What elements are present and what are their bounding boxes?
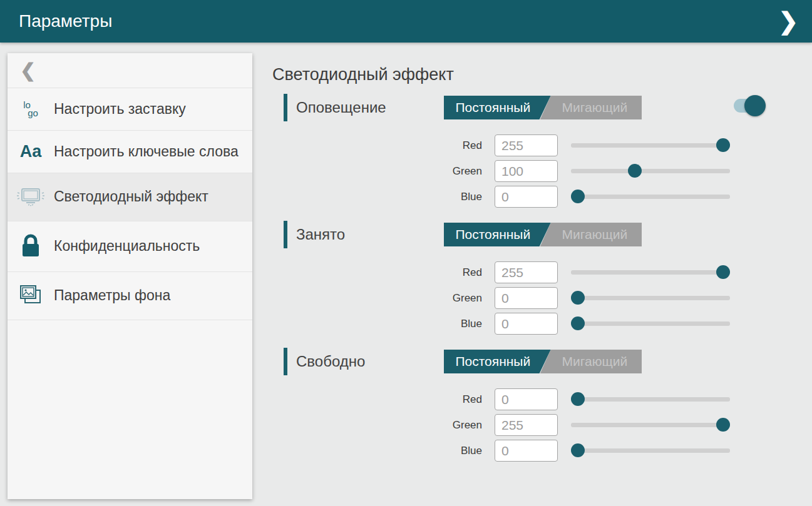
aa-icon: Aa (8, 143, 54, 160)
slider-thumb[interactable] (716, 138, 730, 152)
sidebar-item-label: Настроить ключевые слова (54, 143, 239, 161)
slider-thumb[interactable] (571, 392, 585, 406)
green-value-input[interactable] (495, 414, 558, 436)
page-title: Параметры (0, 11, 112, 31)
section-busy: Занято Мигающий Постоянный Red (272, 221, 812, 336)
rgb-row-red: Red (272, 387, 812, 412)
sidebar-item-keywords[interactable]: Aa Настроить ключевые слова (8, 131, 252, 173)
sidebar-item-background[interactable]: Параметры фона (8, 272, 252, 320)
rgb-row-green: Green (272, 285, 812, 311)
mode-option-label: Мигающий (553, 227, 628, 242)
sidebar-item-screensaver[interactable]: lo go Настроить заставку (8, 88, 252, 131)
mode-option-constant[interactable]: Постоянный (444, 96, 551, 119)
mode-option-label: Постоянный (455, 100, 539, 115)
sidebar-back-button[interactable]: ❮ (8, 53, 252, 88)
slider-thumb[interactable] (571, 443, 585, 457)
section-accent-bar (284, 348, 287, 375)
green-label: Green (272, 419, 495, 432)
green-label: Green (272, 165, 495, 178)
panel-title: Светодиодный эффект (272, 64, 812, 85)
rgb-row-green: Green (272, 412, 812, 438)
rgb-row-blue: Blue (272, 438, 812, 463)
rgb-row-blue: Blue (272, 311, 812, 336)
sidebar-item-label: Параметры фона (54, 286, 170, 305)
slider-track (571, 270, 730, 275)
mode-option-blinking[interactable]: Мигающий (539, 350, 642, 373)
slider-track (571, 195, 730, 199)
rgb-row-green: Green (272, 158, 812, 184)
mode-option-constant[interactable]: Постоянный (444, 350, 551, 373)
notification-toggle-switch[interactable] (734, 95, 766, 116)
slider-thumb[interactable] (571, 190, 585, 203)
red-value-input[interactable] (495, 388, 558, 410)
blue-slider[interactable] (571, 311, 730, 336)
section-title: Свободно (296, 348, 365, 375)
mode-option-label: Постоянный (455, 354, 539, 369)
section-notification: Оповещение Мигающий Постоянный Red (272, 94, 812, 210)
green-slider[interactable] (571, 412, 730, 438)
slider-thumb[interactable] (571, 316, 585, 330)
slider-track (571, 169, 730, 173)
sidebar-item-label: Конфиденциальность (54, 237, 200, 255)
blue-slider[interactable] (571, 184, 730, 210)
lock-icon (8, 233, 54, 260)
slider-track (571, 448, 730, 453)
slider-track (571, 296, 730, 300)
green-value-input[interactable] (495, 287, 558, 309)
mode-option-label: Постоянный (455, 227, 539, 242)
slider-thumb[interactable] (571, 291, 585, 305)
section-accent-bar (284, 94, 287, 121)
blue-slider[interactable] (571, 438, 730, 463)
slider-thumb[interactable] (716, 418, 730, 432)
section-title: Занято (296, 221, 345, 248)
slider-track (571, 143, 730, 148)
mode-option-label: Мигающий (553, 354, 628, 369)
red-slider[interactable] (571, 133, 730, 158)
toggle-thumb (744, 95, 766, 116)
mode-option-label: Мигающий (553, 100, 628, 115)
slider-track (571, 423, 730, 427)
sidebar-item-label: Светодиодный эффект (54, 188, 208, 206)
rgb-row-red: Red (272, 133, 812, 158)
back-chevron-icon: ❮ (20, 59, 36, 81)
blue-label: Blue (272, 191, 495, 203)
sidebar: ❮ lo go Настроить заставку Aa Настроить … (8, 53, 252, 499)
red-label: Red (272, 139, 495, 152)
green-value-input[interactable] (495, 160, 558, 182)
section-free: Свободно Мигающий Постоянный Red (272, 348, 812, 463)
slider-track (571, 321, 730, 326)
green-slider[interactable] (571, 285, 730, 311)
mode-segmented-control: Мигающий Постоянный (444, 223, 642, 246)
section-accent-bar (284, 221, 287, 248)
sidebar-item-led-effect[interactable]: Светодиодный эффект (8, 173, 252, 221)
mode-option-blinking[interactable]: Мигающий (539, 96, 642, 119)
green-slider[interactable] (571, 158, 730, 184)
led-monitor-icon (8, 185, 54, 209)
background-images-icon (8, 284, 54, 308)
blue-value-input[interactable] (495, 186, 558, 208)
led-effect-panel: Светодиодный эффект Оповещение Мигающий … (272, 43, 812, 506)
blue-label: Blue (272, 445, 495, 457)
red-value-input[interactable] (495, 134, 558, 156)
slider-track (571, 397, 730, 402)
mode-option-constant[interactable]: Постоянный (444, 223, 551, 246)
blue-value-input[interactable] (495, 440, 558, 462)
logo-icon: lo go (8, 101, 54, 117)
mode-segmented-control: Мигающий Постоянный (444, 96, 642, 119)
red-value-input[interactable] (495, 261, 558, 283)
mode-segmented-control: Мигающий Постоянный (444, 350, 642, 373)
red-label: Red (272, 266, 495, 279)
section-title: Оповещение (296, 94, 386, 121)
blue-value-input[interactable] (495, 313, 558, 335)
sidebar-item-privacy[interactable]: Конфиденциальность (8, 221, 252, 272)
blue-label: Blue (272, 318, 495, 330)
collapse-panel-chevron-icon[interactable]: ❯ (778, 0, 812, 43)
red-slider[interactable] (571, 387, 730, 412)
slider-thumb[interactable] (716, 265, 730, 279)
green-label: Green (272, 292, 495, 305)
mode-option-blinking[interactable]: Мигающий (539, 223, 642, 246)
rgb-row-red: Red (272, 260, 812, 285)
sidebar-item-label: Настроить заставку (54, 100, 186, 118)
red-slider[interactable] (571, 260, 730, 285)
slider-thumb[interactable] (628, 164, 642, 178)
